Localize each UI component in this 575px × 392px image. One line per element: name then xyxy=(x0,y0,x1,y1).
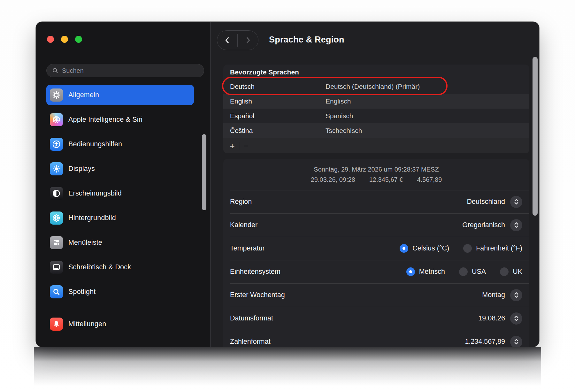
sidebar-item-men-leiste[interactable]: Menüleiste xyxy=(46,232,194,253)
setting-label: Region xyxy=(230,198,252,206)
region-settings-panel: Sonntag, 29. März 2026 um 09:28:37 MESZ … xyxy=(223,159,529,347)
add-language-button[interactable]: + xyxy=(226,138,238,154)
language-row-english[interactable]: EnglishEnglisch xyxy=(223,94,529,109)
sidebar-item-label: Displays xyxy=(68,165,95,173)
datumsformat-stepper-button[interactable] xyxy=(510,312,522,325)
sidebar-item-label: Menüleiste xyxy=(68,239,102,247)
radio-selected-icon[interactable] xyxy=(400,244,408,253)
setting-label: Datumsformat xyxy=(230,314,273,322)
erster-wochentag-stepper-button[interactable] xyxy=(510,289,522,301)
setting-value-group: Gregorianisch xyxy=(462,219,522,231)
setting-value: Montag xyxy=(482,291,505,299)
sidebar-item-bedienungshilfen[interactable]: Bedienungshilfen xyxy=(46,134,194,154)
traffic-lights xyxy=(47,36,82,43)
kalender-stepper-button[interactable] xyxy=(510,219,522,231)
back-button[interactable] xyxy=(217,31,237,50)
language-name: English xyxy=(223,97,326,105)
radio-option-label: Celsius (°C) xyxy=(412,244,449,252)
setting-value-group: Deutschland xyxy=(467,196,522,208)
notifications-icon xyxy=(50,318,63,331)
sidebar: Suchen AllgemeinApple Intelligence & Sir… xyxy=(36,22,211,347)
navigation-pill xyxy=(217,30,258,50)
sidebar-item-mitteilungen[interactable]: Mitteilungen xyxy=(46,314,194,334)
sidebar-item-label: Hintergrundbild xyxy=(68,214,116,222)
setting-value-group: 1.234.567,89 xyxy=(465,336,522,347)
preview-format-sample: 29.03.26, 09:28 xyxy=(311,176,355,183)
language-row-deutsch[interactable]: DeutschDeutsch (Deutschland) (Primär) xyxy=(223,79,529,94)
radio-unselected-icon[interactable] xyxy=(463,244,472,253)
radio-option-label: Metrisch xyxy=(419,268,445,276)
setting-value: Deutschland xyxy=(467,198,505,206)
setting-row-zahlenformat: Zahlenformat1.234.567,89 xyxy=(223,330,529,347)
radio-option-metrisch[interactable]: Metrisch xyxy=(406,267,445,276)
sidebar-item-label: Schreibtisch & Dock xyxy=(68,263,131,271)
remove-language-button[interactable]: − xyxy=(240,138,252,154)
sidebar-item-spotlight[interactable]: Spotlight xyxy=(46,281,194,302)
sidebar-item-displays[interactable]: Displays xyxy=(46,158,194,179)
setting-row-einheitensystem: EinheitensystemMetrischUSAUK xyxy=(223,260,529,283)
desktop-dock-icon xyxy=(50,261,63,274)
setting-label: Kalender xyxy=(230,221,257,229)
preview-datetime: Sonntag, 29. März 2026 um 09:28:37 MESZ xyxy=(314,166,439,173)
setting-row-temperatur: TemperaturCelsius (°C)Fahrenheit (°F) xyxy=(223,237,529,260)
language-description: Englisch xyxy=(326,97,351,105)
radio-selected-icon[interactable] xyxy=(406,267,415,276)
sidebar-scrollbar[interactable] xyxy=(202,134,206,210)
content-scrollbar[interactable] xyxy=(533,57,538,216)
window-shadow xyxy=(34,347,541,386)
language-description: Tschechisch xyxy=(326,127,362,135)
minimize-button[interactable] xyxy=(61,36,68,43)
radio-unselected-icon[interactable] xyxy=(459,267,468,276)
siri-icon xyxy=(50,113,63,126)
sidebar-menu: AllgemeinApple Intelligence & SiriBedien… xyxy=(46,85,194,334)
radio-option-usa[interactable]: USA xyxy=(459,267,486,276)
spotlight-icon xyxy=(50,285,63,298)
zoom-button[interactable] xyxy=(75,36,82,43)
sidebar-item-label: Apple Intelligence & Siri xyxy=(68,116,142,124)
language-row-e-tina[interactable]: ČeštinaTschechisch xyxy=(223,123,529,138)
zahlenformat-stepper-button[interactable] xyxy=(510,336,522,347)
search-icon xyxy=(52,67,59,74)
settings-rows: RegionDeutschlandKalenderGregorianischTe… xyxy=(223,190,529,347)
language-name: Deutsch xyxy=(223,83,326,90)
forward-button[interactable] xyxy=(238,31,258,50)
preview-format-sample: 4.567,89 xyxy=(417,176,442,183)
menubar-icon xyxy=(50,236,63,249)
radio-option-celsius-c[interactable]: Celsius (°C) xyxy=(400,244,449,253)
sidebar-item-label: Mitteilungen xyxy=(68,320,106,328)
sidebar-item-hintergrundbild[interactable]: Hintergrundbild xyxy=(46,208,194,228)
setting-value: 19.08.26 xyxy=(478,314,505,322)
sidebar-item-allgemein[interactable]: Allgemein xyxy=(46,85,194,105)
preferred-languages-panel: Bevorzugte Sprachen DeutschDeutsch (Deut… xyxy=(223,65,529,153)
gear-icon xyxy=(50,88,63,102)
setting-label: Zahlenformat xyxy=(230,338,271,346)
sidebar-item-apple-intelligence-siri[interactable]: Apple Intelligence & Siri xyxy=(46,109,194,130)
radio-group: Celsius (°C)Fahrenheit (°F) xyxy=(400,244,522,253)
language-description: Deutsch (Deutschland) (Primär) xyxy=(326,83,420,90)
setting-label: Einheitensystem xyxy=(230,268,280,276)
sidebar-item-label: Bedienungshilfen xyxy=(68,140,122,148)
sidebar-item-schreibtisch-dock[interactable]: Schreibtisch & Dock xyxy=(46,257,194,277)
sidebar-item-label: Spotlight xyxy=(68,288,96,296)
setting-label: Temperatur xyxy=(230,244,265,252)
page-title: Sprache & Region xyxy=(269,35,344,45)
setting-label: Erster Wochentag xyxy=(230,291,285,299)
wallpaper-icon xyxy=(50,211,63,225)
sidebar-item-erscheinungsbild[interactable]: Erscheinungsbild xyxy=(46,183,194,204)
content-pane: Sprache & Region Bevorzugte Sprachen Deu… xyxy=(211,22,539,347)
language-row-espa-ol[interactable]: EspañolSpanisch xyxy=(223,109,529,123)
appearance-icon xyxy=(50,187,63,200)
setting-row-region: RegionDeutschland xyxy=(223,190,529,213)
radio-option-uk[interactable]: UK xyxy=(500,267,522,276)
accessibility-icon xyxy=(50,138,63,151)
region-stepper-button[interactable] xyxy=(510,196,522,208)
close-button[interactable] xyxy=(47,36,54,43)
setting-value: Gregorianisch xyxy=(462,221,505,229)
radio-option-fahrenheit-f[interactable]: Fahrenheit (°F) xyxy=(463,244,522,253)
search-placeholder: Suchen xyxy=(62,67,84,74)
setting-row-erster-wochentag: Erster WochentagMontag xyxy=(223,283,529,307)
radio-unselected-icon[interactable] xyxy=(500,267,509,276)
language-name: Čeština xyxy=(223,127,326,135)
search-input[interactable]: Suchen xyxy=(46,64,204,77)
radio-option-label: Fahrenheit (°F) xyxy=(476,244,522,252)
